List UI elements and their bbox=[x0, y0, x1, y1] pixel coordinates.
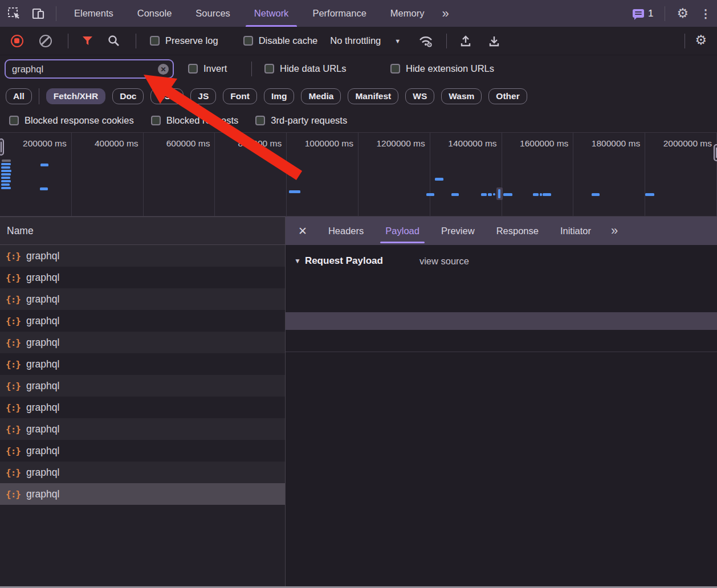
timeline-tick: 600000 ms bbox=[144, 133, 215, 217]
details-tabbar: ✕ Headers Payload Preview Response Initi… bbox=[286, 217, 717, 245]
export-har-icon[interactable] bbox=[488, 35, 500, 47]
network-settings-gear-icon[interactable]: ⚙ bbox=[695, 34, 707, 47]
view-source-link[interactable]: view source bbox=[419, 256, 469, 267]
console-messages-button[interactable]: 1 bbox=[633, 8, 653, 19]
request-row[interactable]: {:}graphql bbox=[0, 310, 285, 332]
chip-other[interactable]: Other bbox=[488, 88, 527, 104]
tab-headers[interactable]: Headers bbox=[317, 217, 374, 245]
timeline-ruler: 200000 ms 400000 ms 600000 ms 800000 ms … bbox=[0, 133, 717, 217]
xhr-json-icon: {:} bbox=[6, 272, 21, 283]
tab-payload[interactable]: Payload bbox=[374, 217, 430, 245]
devtools-main-tabbar: Elements Console Sources Network Perform… bbox=[0, 0, 717, 27]
record-network-log-button[interactable] bbox=[11, 35, 23, 47]
tab-response[interactable]: Response bbox=[486, 217, 549, 245]
chip-img[interactable]: Img bbox=[264, 88, 295, 104]
search-icon[interactable] bbox=[108, 35, 120, 47]
request-row[interactable]: {:}graphql bbox=[0, 353, 285, 375]
throttling-select[interactable]: No throttling ▼ bbox=[330, 35, 401, 46]
chip-ws[interactable]: WS bbox=[405, 88, 434, 104]
timeline-tick: 800000 ms bbox=[215, 133, 287, 217]
tab-label: Network bbox=[254, 8, 289, 18]
request-row[interactable]: {:}graphql bbox=[0, 440, 285, 462]
request-row[interactable]: {:}graphql bbox=[0, 462, 285, 483]
more-tabs-icon[interactable]: » bbox=[436, 6, 453, 21]
timeline-tick: 400000 ms bbox=[72, 133, 144, 217]
network-request-bar bbox=[543, 193, 551, 196]
blocked-options-row: Blocked response cookies Blocked request… bbox=[0, 108, 717, 132]
network-request-bar bbox=[40, 187, 48, 190]
tab-sources[interactable]: Sources bbox=[184, 0, 242, 27]
invert-checkbox[interactable] bbox=[188, 64, 198, 74]
payload-operation-name-line[interactable]: operationName: "ipFlowTimeseries" bbox=[286, 294, 717, 312]
request-name: graphql bbox=[26, 315, 59, 327]
settings-gear-icon[interactable]: ⚙ bbox=[677, 7, 689, 20]
payload-query-line-highlighted[interactable]: query: "query ipFlowTimeseries($accountT… bbox=[286, 312, 717, 330]
network-request-bar bbox=[533, 193, 539, 196]
payload-section-title: Request Payload bbox=[305, 255, 383, 267]
chip-js[interactable]: JS bbox=[190, 88, 216, 104]
tab-initiator[interactable]: Initiator bbox=[549, 217, 602, 245]
hide-data-urls-checkbox[interactable] bbox=[264, 64, 274, 74]
timeline-left-drag-handle[interactable] bbox=[0, 138, 4, 156]
payload-root-line[interactable]: ▼{operationName: "ipFlowTimeseries", var… bbox=[286, 276, 717, 293]
request-row-selected[interactable]: {:}graphql bbox=[0, 483, 285, 505]
tab-memory[interactable]: Memory bbox=[378, 0, 437, 27]
network-overview-timeline[interactable]: 200000 ms 400000 ms 600000 ms 800000 ms … bbox=[0, 132, 717, 217]
device-toolbar-icon[interactable] bbox=[28, 4, 48, 23]
import-har-icon[interactable] bbox=[459, 35, 472, 47]
tab-label: Headers bbox=[328, 226, 364, 236]
inspect-element-icon[interactable] bbox=[5, 4, 24, 23]
filter-input[interactable] bbox=[6, 64, 173, 75]
toolbar-divider bbox=[251, 62, 252, 76]
chip-doc[interactable]: Doc bbox=[112, 88, 144, 104]
request-payload-section-header[interactable]: ▼ Request Payload view source bbox=[286, 252, 717, 270]
timeline-right-drag-handle[interactable] bbox=[714, 144, 717, 161]
chip-all[interactable]: All bbox=[6, 88, 32, 104]
tab-label: Payload bbox=[385, 226, 419, 236]
blocked-cookies-checkbox[interactable] bbox=[9, 116, 19, 125]
request-name: graphql bbox=[26, 358, 59, 370]
network-conditions-icon[interactable] bbox=[418, 34, 434, 48]
timeline-tick: 1600000 ms bbox=[502, 133, 574, 217]
hide-data-urls-label: Hide data URLs bbox=[280, 63, 346, 74]
more-details-tabs-icon[interactable]: » bbox=[605, 223, 622, 238]
tab-performance[interactable]: Performance bbox=[300, 0, 378, 27]
blocked-requests-checkbox[interactable] bbox=[151, 116, 161, 125]
request-row[interactable]: {:}graphql bbox=[0, 397, 285, 418]
chip-manifest[interactable]: Manifest bbox=[348, 88, 398, 104]
payload-variables-line[interactable]: ▶variables: {accountTag: "b12e3b2192ee55… bbox=[286, 330, 717, 348]
filter-funnel-icon[interactable] bbox=[82, 36, 93, 46]
request-row[interactable]: {:}graphql bbox=[0, 267, 285, 288]
network-request-bar bbox=[481, 193, 487, 196]
chevron-down-icon: ▼ bbox=[394, 38, 401, 44]
third-party-requests-checkbox[interactable] bbox=[255, 116, 265, 125]
preserve-log-checkbox[interactable] bbox=[150, 36, 160, 46]
blocked-cookies-control: Blocked response cookies bbox=[9, 115, 134, 126]
clear-network-log-button[interactable] bbox=[39, 35, 52, 47]
request-details-panel: ✕ Headers Payload Preview Response Initi… bbox=[286, 217, 717, 588]
chip-wasm[interactable]: Wasm bbox=[441, 88, 482, 104]
tab-console[interactable]: Console bbox=[125, 0, 184, 27]
hide-extension-urls-checkbox[interactable] bbox=[390, 64, 400, 74]
request-row[interactable]: {:}graphql bbox=[0, 288, 285, 310]
name-column-header[interactable]: Name bbox=[0, 217, 285, 245]
tab-elements[interactable]: Elements bbox=[62, 0, 125, 27]
tab-preview[interactable]: Preview bbox=[430, 217, 486, 245]
network-request-bar bbox=[1, 177, 10, 179]
network-request-bar bbox=[40, 164, 48, 166]
xhr-json-icon: {:} bbox=[6, 294, 21, 305]
request-row[interactable]: {:}graphql bbox=[0, 245, 285, 267]
chip-fetch-xhr[interactable]: Fetch/XHR bbox=[46, 88, 105, 104]
disable-cache-checkbox[interactable] bbox=[243, 36, 253, 46]
request-row[interactable]: {:}graphql bbox=[0, 332, 285, 353]
request-row[interactable]: {:}graphql bbox=[0, 418, 285, 440]
clear-filter-icon[interactable]: ✕ bbox=[158, 64, 169, 75]
chip-css[interactable]: CSS bbox=[150, 88, 184, 104]
blocked-requests-control: Blocked requests bbox=[151, 115, 239, 126]
chip-media[interactable]: Media bbox=[301, 88, 341, 104]
tab-network[interactable]: Network bbox=[242, 0, 301, 27]
request-row[interactable]: {:}graphql bbox=[0, 375, 285, 397]
chip-font[interactable]: Font bbox=[223, 88, 257, 104]
kebab-menu-icon[interactable]: ⋮ bbox=[700, 7, 711, 21]
close-details-icon[interactable]: ✕ bbox=[286, 224, 317, 238]
